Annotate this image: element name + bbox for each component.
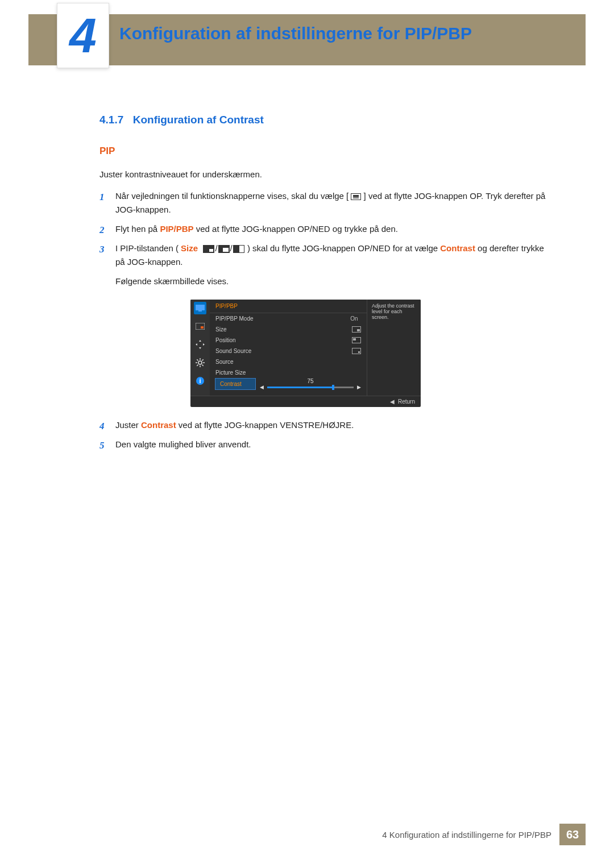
osd-row-source: Source [210, 356, 367, 367]
step-1-text-a: Når vejledningen til funktionsknapperne … [115, 191, 349, 201]
osd-label-picsize: Picture Size [215, 369, 246, 376]
osd-position-icon [352, 337, 361, 343]
osd-help-text: Adjust the contrast level for each scree… [372, 303, 414, 320]
chapter-title: Konfiguration af indstillingerne for PIP… [119, 24, 472, 43]
osd-contrast-slider [267, 387, 354, 388]
osd-sound-icon [352, 348, 361, 354]
osd-return-arrow-icon: ◀ [390, 398, 395, 405]
chapter-number: 4 [69, 7, 97, 64]
rail-picture-icon [194, 320, 206, 333]
osd-row-picsize: Picture Size [210, 367, 367, 378]
step-5: 5 Den valgte mulighed bliver anvendt. [99, 438, 551, 451]
osd-value-mode: On [347, 315, 361, 322]
page-number: 63 [559, 824, 586, 845]
osd-label-position: Position [215, 337, 236, 343]
svg-text:i: i [199, 377, 201, 384]
step-4: 4 Juster Contrast ved at flytte JOG-knap… [99, 418, 551, 432]
osd-row-size: Size [210, 324, 367, 335]
sub-heading-pip: PIP [99, 146, 551, 157]
step-2-text-a: Flyt hen på [115, 224, 160, 234]
step-list-2: 4 Juster Contrast ved at flytte JOG-knap… [99, 418, 551, 451]
osd-label-contrast: Contrast [220, 381, 242, 387]
osd-side-rail: i [190, 300, 210, 396]
section-number: 4.1.7 [99, 114, 123, 126]
content: 4.1.7 Konfiguration af Contrast PIP Just… [99, 114, 551, 457]
step-4-text-a: Juster [115, 420, 141, 430]
step-3-size: Size [181, 243, 198, 253]
step-list: 1 Når vejledningen til funktionsknappern… [99, 189, 551, 288]
rail-monitor-icon [194, 302, 206, 314]
osd-main-panel: PIP/PBP PIP/PBP Mode On Size Position [210, 300, 367, 396]
osd-label-source: Source [215, 359, 234, 365]
osd-screenshot: i PIP/PBP PIP/PBP Mode On Size Position [190, 300, 551, 407]
step-3-contrast: Contrast [440, 243, 475, 253]
osd-label-mode: PIP/PBP Mode [215, 315, 254, 322]
step-4-contrast: Contrast [141, 420, 176, 430]
step-3-text-d: Følgende skærmbillede vises. [115, 275, 551, 288]
size-medium-icon [218, 245, 230, 253]
svg-rect-3 [201, 326, 204, 329]
step-3-text-a: I PIP-tilstanden ( [115, 243, 179, 253]
svg-rect-0 [196, 305, 205, 310]
step-3: 3 I PIP-tilstanden ( Size // ) skal du f… [99, 242, 551, 288]
intro-text: Juster kontrastniveauet for underskærmen… [99, 169, 551, 179]
step-1: 1 Når vejledningen til funktionsknappern… [99, 189, 551, 217]
osd-slider-right-arrow: ▶ [357, 384, 361, 390]
chapter-number-box: 4 [57, 3, 109, 68]
footer-text: 4 Konfiguration af indstillingerne for P… [382, 830, 551, 840]
size-small-icon [203, 245, 214, 253]
section-title: Konfiguration af Contrast [133, 114, 264, 126]
svg-rect-1 [198, 310, 202, 312]
osd-label-sound: Sound Source [215, 348, 251, 354]
osd-row-mode: PIP/PBP Mode On [210, 313, 367, 324]
step-4-text-b: ved at flytte JOG-knappen VENSTRE/HØJRE. [179, 420, 354, 430]
step-3-text-b: ) skal du flytte JOG-knappen OP/NED for … [247, 243, 440, 253]
osd-title: PIP/PBP [210, 303, 367, 313]
size-half-icon [233, 245, 244, 253]
rail-info-icon: i [194, 375, 206, 387]
osd-label-size: Size [215, 326, 226, 333]
osd-footer: ◀Return [190, 396, 421, 407]
step-2-pip-pbp: PIP/PBP [160, 224, 193, 234]
osd-row-sound: Sound Source [210, 346, 367, 356]
osd-help-panel: Adjust the contrast level for each scree… [367, 300, 421, 396]
svg-point-4 [198, 361, 202, 364]
osd-slider-left-arrow: ◀ [260, 384, 264, 390]
step-5-text: Den valgte mulighed bliver anvendt. [115, 439, 251, 449]
osd-row-position: Position [210, 335, 367, 346]
osd-return-label: Return [398, 398, 415, 405]
osd-row-contrast: Contrast [215, 379, 255, 389]
osd-slider-value: 75 [260, 378, 361, 384]
menu-icon [351, 193, 361, 200]
page-footer: 4 Konfiguration af indstillingerne for P… [382, 824, 586, 845]
rail-move-icon [194, 338, 206, 351]
step-2: 2 Flyt hen på PIP/PBP ved at flytte JOG-… [99, 222, 551, 236]
osd-size-icon [352, 326, 361, 333]
step-2-text-b: ved at flytte JOG-knappen OP/NED og tryk… [196, 224, 398, 234]
section-heading: 4.1.7 Konfiguration af Contrast [99, 114, 551, 126]
rail-settings-icon [194, 356, 206, 369]
